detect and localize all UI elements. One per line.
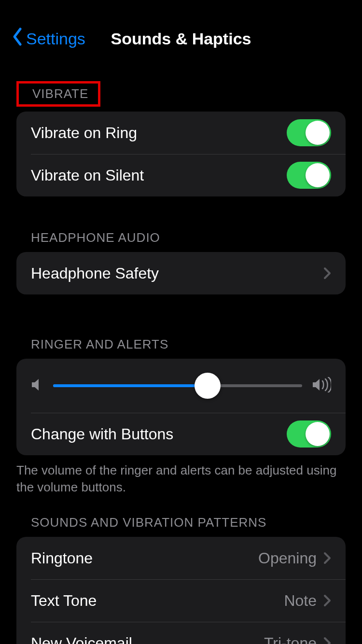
volume-high-icon <box>312 377 331 394</box>
row-label: Ringtone <box>31 549 258 567</box>
row-label: Vibrate on Silent <box>31 167 287 184</box>
row-change-with-buttons[interactable]: Change with Buttons <box>16 413 346 455</box>
row-ringtone[interactable]: Ringtone Opening <box>16 537 346 579</box>
group-patterns: Ringtone Opening Text Tone Note New Voic… <box>16 537 346 644</box>
chevron-right-icon <box>323 637 331 644</box>
row-label: Text Tone <box>31 592 284 610</box>
navigation-bar: Settings Sounds & Haptics <box>0 0 362 53</box>
row-value: Note <box>284 592 317 610</box>
section-header-headphone: HEADPHONE AUDIO <box>0 230 362 252</box>
group-headphone: Headphone Safety <box>16 252 346 294</box>
row-volume-slider <box>16 359 346 413</box>
chevron-right-icon <box>323 552 331 564</box>
row-label: Vibrate on Ring <box>31 124 287 142</box>
row-value: Opening <box>258 549 317 567</box>
group-vibrate: Vibrate on Ring Vibrate on Silent <box>16 112 346 196</box>
row-value: Tri-tone <box>264 634 317 644</box>
volume-slider[interactable] <box>53 372 302 399</box>
row-label: Change with Buttons <box>31 425 287 443</box>
chevron-left-icon <box>12 27 23 50</box>
row-new-voicemail[interactable]: New Voicemail Tri-tone <box>16 622 346 644</box>
section-header-ringer: RINGER AND ALERTS <box>0 337 362 359</box>
chevron-right-icon <box>323 267 331 280</box>
row-vibrate-on-silent[interactable]: Vibrate on Silent <box>16 154 346 196</box>
row-headphone-safety[interactable]: Headphone Safety <box>16 252 346 294</box>
row-vibrate-on-ring[interactable]: Vibrate on Ring <box>16 112 346 154</box>
chevron-right-icon <box>323 594 331 607</box>
group-ringer: Change with Buttons <box>16 359 346 455</box>
volume-low-icon <box>31 378 43 394</box>
row-label: Headphone Safety <box>31 265 323 282</box>
section-header-vibrate: VIBRATE <box>16 81 100 107</box>
back-button[interactable]: Settings <box>0 27 85 50</box>
section-header-patterns: SOUNDS AND VIBRATION PATTERNS <box>0 515 362 537</box>
section-footer-ringer: The volume of the ringer and alerts can … <box>0 455 362 496</box>
row-text-tone[interactable]: Text Tone Note <box>16 579 346 622</box>
row-label: New Voicemail <box>31 634 264 644</box>
toggle-vibrate-on-silent[interactable] <box>287 162 331 189</box>
content-scroll[interactable]: VIBRATE Vibrate on Ring Vibrate on Silen… <box>0 53 362 644</box>
toggle-vibrate-on-ring[interactable] <box>287 119 331 146</box>
toggle-change-with-buttons[interactable] <box>287 420 331 448</box>
back-label: Settings <box>26 29 85 48</box>
